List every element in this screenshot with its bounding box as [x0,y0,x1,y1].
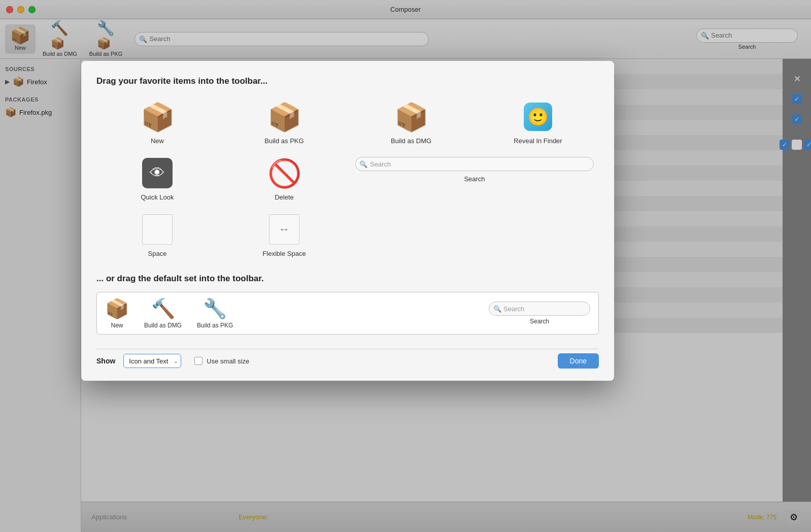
grid-space-label: Space [148,250,167,257]
default-new-item[interactable]: 📦 New [105,297,129,329]
grid-reveal-finder-label: Reveal In Finder [514,137,562,145]
default-build-dmg-item[interactable]: 🔨 Build as DMG [144,297,182,329]
grid-item-space[interactable]: Space [96,213,218,257]
items-grid: 📦 New 📦 Build as PKG 📦 Build as DMG [96,101,599,257]
quick-look-icon: 👁 [142,158,173,188]
grid-reveal-finder-icon-wrap: 🙂 [522,101,554,133]
done-button[interactable]: Done [558,353,599,369]
grid-build-pkg-icon-wrap: 📦 [268,101,300,133]
grid-delete-label: Delete [275,193,294,201]
grid-item-search[interactable]: 🔍 Search Search [350,157,599,201]
default-set-bar[interactable]: 📦 New 🔨 Build as DMG 🔧 Build as PKG 🔍 Se… [96,292,599,335]
default-search-mock: Search [489,302,590,316]
grid-quick-look-icon-wrap: 👁 [141,157,174,189]
default-set-title: ... or drag the default set into the too… [96,274,599,284]
grid-build-dmg-icon-wrap: 📦 [395,101,427,133]
small-size-row: Use small size [194,357,249,365]
grid-item-new[interactable]: 📦 New [96,101,218,145]
dialog-drag-title: Drag your favorite items into the toolba… [96,76,599,86]
grid-item-delete[interactable]: 🚫 Delete [223,157,345,201]
grid-build-pkg-label: Build as PKG [264,137,303,145]
grid-item-quick-look[interactable]: 👁 Quick Look [96,157,218,201]
grid-delete-icon-wrap: 🚫 [268,157,300,189]
grid-item-build-pkg[interactable]: 📦 Build as PKG [223,101,345,145]
grid-new-label: New [151,137,164,145]
grid-build-pkg-icon: 📦 [267,103,301,130]
default-build-pkg-item[interactable]: 🔧 Build as PKG [197,297,233,329]
toolbar-customization-dialog: Drag your favorite items into the toolba… [81,61,614,381]
default-build-pkg-icon: 🔧 [203,297,227,320]
default-build-pkg-label: Build as PKG [197,322,233,329]
grid-search-icon: 🔍 [359,160,367,168]
show-select[interactable]: Icon and Text Icon Only Text Only [123,354,181,368]
grid-search-label: Search [464,175,485,183]
grid-build-dmg-label: Build as DMG [391,137,431,145]
grid-search-mock: Search [355,157,594,171]
grid-new-icon-wrap: 📦 [141,101,174,133]
default-search-label: Search [489,318,590,325]
small-size-label: Use small size [207,357,249,365]
show-label: Show [96,357,115,365]
grid-delete-icon: 🚫 [267,159,301,187]
grid-item-build-dmg[interactable]: 📦 Build as DMG [350,101,472,145]
grid-new-icon: 📦 [141,103,175,130]
grid-build-dmg-icon: 📦 [394,103,428,130]
dialog-bottom: Show Icon and Text Icon Only Text Only ⌄… [96,349,599,369]
default-build-dmg-icon: 🔨 [151,297,175,320]
default-search-icon: 🔍 [493,305,501,313]
default-new-label: New [111,322,123,329]
default-search-item[interactable]: 🔍 Search Search [489,302,590,325]
grid-quick-look-label: Quick Look [141,193,174,201]
main-window: Composer 📦 New 🔨📦 Build as DMG 🔧📦 Build … [0,0,811,532]
grid-item-flex-space[interactable]: ↔ Flexible Space [223,213,345,257]
grid-search-field-wrap: 🔍 Search [350,157,599,171]
default-new-icon: 📦 [105,297,129,320]
default-build-dmg-label: Build as DMG [144,322,182,329]
grid-item-reveal-finder[interactable]: 🙂 Reveal In Finder [477,101,599,145]
space-icon [142,214,173,245]
grid-flex-space-label: Flexible Space [262,250,306,257]
small-size-checkbox[interactable] [194,357,202,365]
show-select-wrapper: Icon and Text Icon Only Text Only ⌄ [123,354,181,368]
finder-icon: 🙂 [524,103,552,131]
grid-flex-space-icon-wrap: ↔ [268,213,300,246]
flex-space-icon: ↔ [269,214,299,245]
grid-space-icon-wrap [141,213,174,246]
